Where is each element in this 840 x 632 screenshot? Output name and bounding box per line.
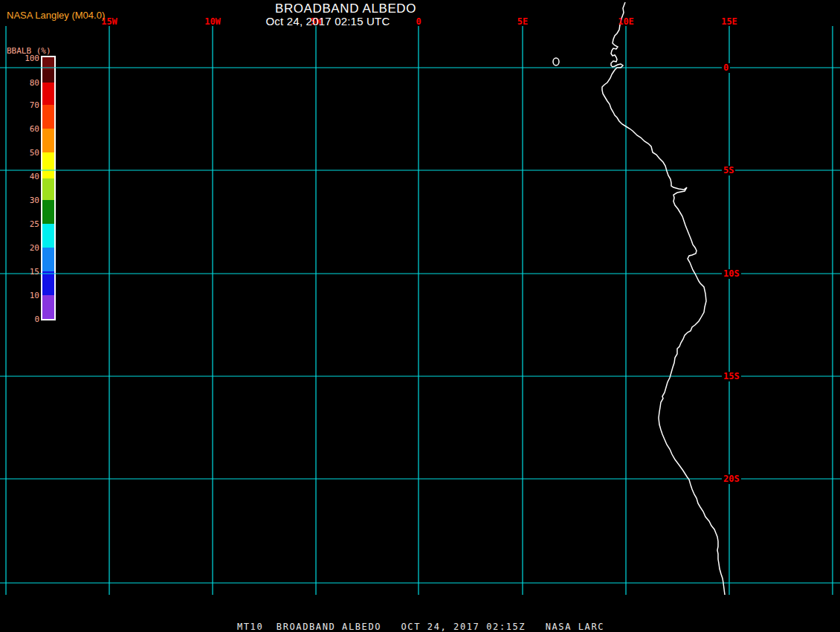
source-label: NASA Langley (M04.0) bbox=[7, 10, 105, 21]
colorbar-tick-label: 10 bbox=[0, 291, 39, 300]
lat-axis-label: 5S bbox=[722, 166, 735, 175]
colorbar-tick-label: 15 bbox=[0, 267, 39, 277]
colorbar-tick-label: 0 bbox=[0, 315, 39, 324]
colorbar-tick-label: 60 bbox=[0, 124, 39, 134]
lat-axis-label: 10S bbox=[722, 269, 741, 279]
colorbar-tick-label: 20 bbox=[0, 243, 39, 253]
lon-axis-label: 10E bbox=[618, 17, 634, 27]
lon-axis-label: 5E bbox=[517, 17, 528, 27]
colorbar-tick-label: 25 bbox=[0, 219, 39, 229]
timestamp-subtitle: Oct 24, 2017 02:15 UTC bbox=[266, 15, 390, 28]
albedo-plot: NASA Langley (M04.0) BROADBAND ALBEDO Oc… bbox=[0, 0, 840, 632]
colorbar-tick-label: 100 bbox=[0, 54, 39, 63]
colorbar-tick-label: 30 bbox=[0, 196, 39, 205]
footer-text: MT10 BROADBAND ALBEDO OCT 24, 2017 02:15… bbox=[237, 622, 604, 632]
lat-axis-label: 15S bbox=[722, 372, 741, 381]
lon-axis-label: 0 bbox=[416, 17, 421, 27]
page-title: BROADBAND ALBEDO bbox=[275, 1, 416, 16]
lon-axis-label: 15E bbox=[721, 17, 737, 27]
colorbar-tick-label: 70 bbox=[0, 100, 39, 110]
colorbar-tick-label: 50 bbox=[0, 148, 39, 158]
lon-axis-label: 10W bbox=[204, 17, 221, 27]
colorbar-tick-label: 80 bbox=[0, 78, 39, 88]
lat-axis-label: 20S bbox=[722, 474, 741, 484]
lat-axis-label: 0 bbox=[722, 63, 730, 73]
map-svg bbox=[0, 0, 840, 632]
colorbar-tick-label: 40 bbox=[0, 172, 39, 181]
island-shape bbox=[553, 58, 559, 65]
coastline-path bbox=[602, 2, 725, 595]
